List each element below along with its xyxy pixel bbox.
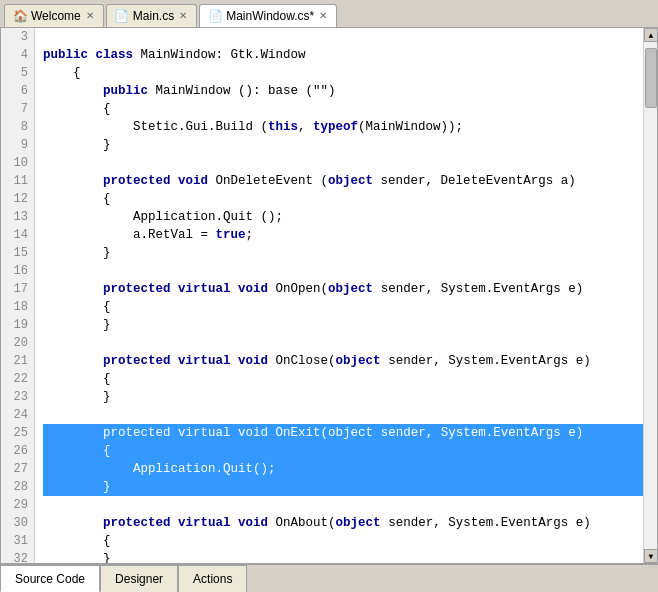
- line-number: 14: [1, 226, 34, 244]
- scrollbar-arrow-down[interactable]: ▼: [644, 549, 657, 563]
- code-line-row: }: [43, 244, 643, 262]
- line-number: 32: [1, 550, 34, 563]
- line-number: 11: [1, 172, 34, 190]
- tab-main-cs[interactable]: 📄 Main.cs ✕: [106, 4, 197, 27]
- line-number: 28: [1, 478, 34, 496]
- code-line-row: {: [43, 370, 643, 388]
- code-line-row: {: [43, 532, 643, 550]
- line-number: 29: [1, 496, 34, 514]
- scrollbar-track[interactable]: ▲ ▼: [643, 28, 657, 563]
- tab-label-main-cs: Main.cs: [133, 9, 174, 23]
- tab-label-mainwindow-cs: MainWindow.cs*: [226, 9, 314, 23]
- code-line-row: Application.Quit ();: [43, 208, 643, 226]
- scrollbar-arrow-up[interactable]: ▲: [644, 28, 657, 42]
- line-number: 12: [1, 190, 34, 208]
- file-icon-mainwindow: 📄: [208, 9, 222, 23]
- editor-container: 3456789101112131415161718192021222324252…: [0, 28, 658, 564]
- home-icon: 🏠: [13, 9, 27, 23]
- code-line-row: protected virtual void OnExit(object sen…: [43, 424, 643, 442]
- code-line-row: }: [43, 550, 643, 563]
- line-number: 21: [1, 352, 34, 370]
- line-number: 6: [1, 82, 34, 100]
- tab-close-mainwindow-cs[interactable]: ✕: [318, 10, 328, 21]
- line-number: 25: [1, 424, 34, 442]
- code-line-row: Application.Quit();: [43, 460, 643, 478]
- code-line-row: }: [43, 316, 643, 334]
- code-line-row: }: [43, 136, 643, 154]
- code-line-row: [43, 154, 643, 172]
- bottom-tab-label-source-code: Source Code: [15, 572, 85, 586]
- line-number: 7: [1, 100, 34, 118]
- code-line-row: Stetic.Gui.Build (this, typeof(MainWindo…: [43, 118, 643, 136]
- line-number: 18: [1, 298, 34, 316]
- code-line-row: {: [43, 298, 643, 316]
- code-line-row: [43, 262, 643, 280]
- code-line-row: protected virtual void OnAbout(object se…: [43, 514, 643, 532]
- tab-label-welcome: Welcome: [31, 9, 81, 23]
- code-line-row: [43, 28, 643, 46]
- line-numbers: 3456789101112131415161718192021222324252…: [1, 28, 35, 563]
- code-line-row: protected void OnDeleteEvent (object sen…: [43, 172, 643, 190]
- bottom-tab-designer[interactable]: Designer: [100, 565, 178, 592]
- code-line-row: {: [43, 190, 643, 208]
- bottom-bar: Source Code Designer Actions: [0, 564, 658, 592]
- code-line-row: }: [43, 388, 643, 406]
- line-number: 31: [1, 532, 34, 550]
- bottom-tab-actions[interactable]: Actions: [178, 565, 247, 592]
- tab-mainwindow-cs[interactable]: 📄 MainWindow.cs* ✕: [199, 4, 337, 27]
- line-number: 30: [1, 514, 34, 532]
- line-number: 20: [1, 334, 34, 352]
- tab-close-main-cs[interactable]: ✕: [178, 10, 188, 21]
- code-line-row: {: [43, 442, 643, 460]
- bottom-tab-source-code[interactable]: Source Code: [0, 565, 100, 592]
- line-number: 27: [1, 460, 34, 478]
- line-number: 17: [1, 280, 34, 298]
- code-line-row: protected virtual void OnOpen(object sen…: [43, 280, 643, 298]
- bottom-tab-label-actions: Actions: [193, 572, 232, 586]
- line-number: 23: [1, 388, 34, 406]
- code-line-row: }: [43, 478, 643, 496]
- line-number: 15: [1, 244, 34, 262]
- code-line-row: a.RetVal = true;: [43, 226, 643, 244]
- line-number: 16: [1, 262, 34, 280]
- line-number: 22: [1, 370, 34, 388]
- code-line-row: [43, 334, 643, 352]
- line-number: 13: [1, 208, 34, 226]
- tab-bar: 🏠 Welcome ✕ 📄 Main.cs ✕ 📄 MainWindow.cs*…: [0, 0, 658, 28]
- code-line-row: protected virtual void OnClose(object se…: [43, 352, 643, 370]
- line-number: 4: [1, 46, 34, 64]
- code-line-row: public MainWindow (): base (""): [43, 82, 643, 100]
- code-line-row: {: [43, 100, 643, 118]
- code-line-row: {: [43, 64, 643, 82]
- line-number: 5: [1, 64, 34, 82]
- line-number: 26: [1, 442, 34, 460]
- line-number: 10: [1, 154, 34, 172]
- scrollbar-thumb[interactable]: [645, 48, 657, 108]
- code-area[interactable]: 3456789101112131415161718192021222324252…: [1, 28, 657, 563]
- line-number: 3: [1, 28, 34, 46]
- code-line-row: public class MainWindow: Gtk.Window: [43, 46, 643, 64]
- bottom-tab-label-designer: Designer: [115, 572, 163, 586]
- line-number: 9: [1, 136, 34, 154]
- code-line-row: [43, 406, 643, 424]
- line-number: 8: [1, 118, 34, 136]
- line-number: 19: [1, 316, 34, 334]
- code-line-row: [43, 496, 643, 514]
- tab-close-welcome[interactable]: ✕: [85, 10, 95, 21]
- file-icon-main: 📄: [115, 9, 129, 23]
- line-number: 24: [1, 406, 34, 424]
- code-content[interactable]: public class MainWindow: Gtk.Window { pu…: [35, 28, 643, 563]
- tab-welcome[interactable]: 🏠 Welcome ✕: [4, 4, 104, 27]
